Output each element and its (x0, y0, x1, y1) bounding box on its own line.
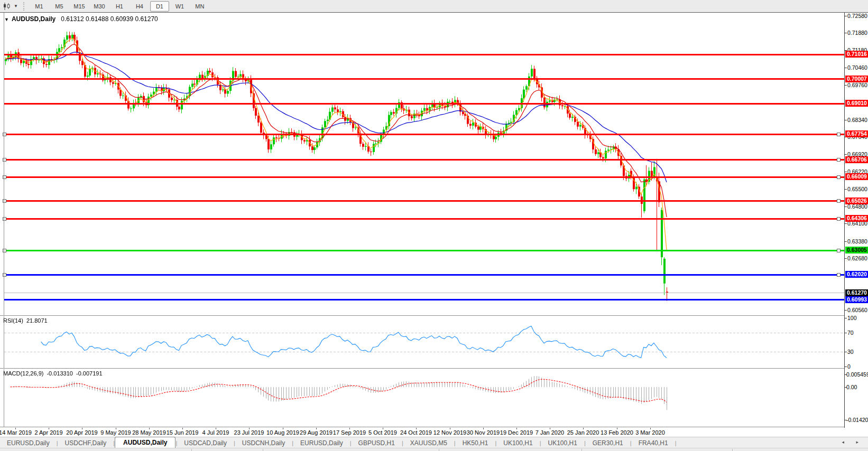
chart-ohlc-values: 0.61312 0.61488 0.60939 0.61270 (61, 15, 158, 23)
chart-tab-hk50-h1[interactable]: HK50,H1 (456, 438, 495, 448)
hline-price-label: 0.64306 (845, 215, 868, 222)
date-label: 14 Mar 2019 (0, 429, 32, 436)
rsi-tick-label: 70 (847, 330, 854, 336)
rsi-tick-mark (845, 318, 847, 318)
timeframe-button-m30[interactable]: M30 (90, 1, 109, 12)
chart-symbol-period: AUDUSD,Daily (12, 15, 56, 23)
timeframe-button-h1[interactable]: H1 (110, 1, 129, 12)
current-price-label: 0.61270 (845, 289, 868, 296)
macd-main-value: -0.013310 (47, 370, 73, 377)
macd-signal-value: -0.007191 (76, 370, 103, 377)
hline-price-label: 0.67754 (845, 130, 868, 137)
chart-tab-ger30-h1[interactable]: GER30,H1 (586, 438, 630, 448)
chart-tab-usdcad-daily[interactable]: USDCAD,Daily (177, 438, 234, 448)
date-label: 17 Sep 2019 (333, 429, 366, 436)
price-tick-mark (845, 223, 847, 224)
macd-name: MACD(12,26,9) (3, 370, 43, 377)
macd-tick-label: 0.00 (846, 384, 857, 390)
status-segment-divider (263, 449, 263, 451)
date-label: 13 Feb 2020 (601, 429, 633, 436)
price-tick-label: 0.65500 (847, 186, 867, 192)
date-label: 30 Nov 2019 (467, 429, 500, 436)
price-tick-label: 0.63380 (847, 238, 867, 245)
chart-tab-fra40-h1[interactable]: FRA40,H1 (632, 438, 675, 448)
price-tick-mark (845, 258, 847, 259)
date-label: 2 Apr 2019 (34, 429, 62, 436)
collapse-triangle-icon[interactable]: ▼ (4, 17, 9, 22)
price-tick-label: 0.68340 (847, 117, 867, 123)
date-label: 7 Jan 2020 (535, 429, 564, 436)
timeframe-button-m5[interactable]: M5 (50, 1, 69, 12)
timeframe-buttons: M1M5M15M30H1H4D1W1MN (29, 1, 210, 12)
chart-tab-xauusd-m5[interactable]: XAUUSD,M5 (403, 438, 454, 448)
timeframe-button-h4[interactable]: H4 (130, 1, 149, 12)
date-label: 12 Nov 2019 (433, 429, 466, 436)
date-axis[interactable]: 14 Mar 20192 Apr 201920 Apr 20199 May 20… (0, 428, 868, 437)
toolbar-grip (23, 2, 26, 11)
timeframe-button-d1[interactable]: D1 (150, 1, 169, 12)
status-bar (0, 448, 868, 451)
chart-title: ▼AUDUSD,Daily0.61312 0.61488 0.60939 0.6… (4, 15, 158, 23)
date-label: 9 May 2019 (100, 429, 131, 436)
date-label: 19 Dec 2019 (500, 429, 533, 436)
price-axis[interactable]: 0.725800.718800.711800.704600.697600.683… (844, 13, 868, 428)
chart-tab-eurusd-daily[interactable]: EURUSD,Daily (0, 438, 57, 448)
timeframe-button-w1[interactable]: W1 (170, 1, 189, 12)
price-chart-canvas[interactable] (0, 13, 844, 316)
rsi-canvas[interactable] (0, 316, 844, 368)
hline-price-label: 0.66706 (845, 156, 868, 163)
price-tick-label: 0.72580 (847, 13, 867, 19)
chart-type-dropdown-icon[interactable]: ▼ (14, 4, 18, 8)
price-tick-mark (845, 310, 847, 311)
chart-tab-eurusd-daily[interactable]: EURUSD,Daily (293, 438, 350, 448)
status-segment-divider (581, 449, 582, 451)
macd-tick-label: -0.014204 (846, 417, 868, 423)
hline-price-label: 0.66009 (845, 173, 868, 180)
price-tick-mark (845, 16, 847, 16)
tab-scroll-arrows[interactable]: ◂ ▸ (842, 439, 864, 445)
status-segment-divider (191, 449, 192, 451)
chart-tab-gbpusd-h1[interactable]: GBPUSD,H1 (352, 438, 402, 448)
date-label: 28 May 2019 (132, 429, 166, 436)
candlestick-chart-icon[interactable] (2, 2, 13, 11)
price-tick-mark (845, 172, 847, 172)
date-label: 4 Jul 2019 (202, 429, 229, 436)
date-label: 20 Apr 2019 (66, 429, 97, 436)
terminal-window: ▼ M1M5M15M30H1H4D1W1MN ▼AUDUSD,Daily0.61… (0, 0, 868, 451)
date-label: 10 Aug 2019 (266, 429, 299, 436)
chart-tab-uk100-h1[interactable]: UK100,H1 (496, 438, 539, 448)
rsi-tick-label: 30 (847, 349, 854, 355)
rsi-current-value: 21.8071 (26, 317, 48, 324)
chart-tab-audusd-daily[interactable]: AUDUSD,Daily (115, 437, 176, 448)
price-tick-mark (845, 68, 847, 68)
rsi-tick-label: 100 (847, 315, 857, 321)
hline-price-label: 0.69010 (845, 100, 868, 107)
date-label: 23 Jul 2019 (234, 429, 264, 436)
date-label: 5 Oct 2019 (368, 429, 397, 436)
rsi-tick-mark (845, 352, 847, 352)
timeframe-button-m15[interactable]: M15 (70, 1, 89, 12)
hline-price-label: 0.71016 (845, 51, 868, 58)
macd-indicator-label: MACD(12,26,9)-0.013310-0.007191 (3, 370, 106, 377)
timeframe-button-m1[interactable]: M1 (30, 1, 49, 12)
tab-divider: | (675, 440, 677, 446)
rsi-tick-label: 0 (847, 363, 851, 370)
hline-price-label: 0.65026 (845, 198, 868, 204)
status-segment-divider (439, 449, 439, 451)
macd-canvas[interactable] (0, 369, 844, 427)
chart-tab-bar: EURUSD,Daily|USDCHF,Daily|AUDUSD,Daily|U… (0, 437, 868, 448)
date-label: 3 Mar 2020 (635, 429, 665, 436)
chart-tab-usdcnh-daily[interactable]: USDCNH,Daily (235, 438, 292, 448)
chart-tab-usdchf-daily[interactable]: USDCHF,Daily (58, 438, 114, 448)
price-tick-mark (845, 85, 847, 86)
date-label: 15 Jun 2019 (167, 429, 199, 436)
timeframe-button-mn[interactable]: MN (190, 1, 209, 12)
rsi-indicator-label: RSI(14)21.8071 (3, 317, 51, 324)
hline-price-label: 0.70007 (845, 76, 868, 82)
price-tick-mark (845, 206, 847, 207)
chart-tab-uk100-h1[interactable]: UK100,H1 (541, 438, 584, 448)
rsi-tick-mark (845, 367, 847, 367)
price-tick-mark (845, 154, 847, 155)
price-tick-label: 0.69760 (847, 82, 867, 88)
macd-tick-label: 0.005459 (846, 371, 868, 378)
